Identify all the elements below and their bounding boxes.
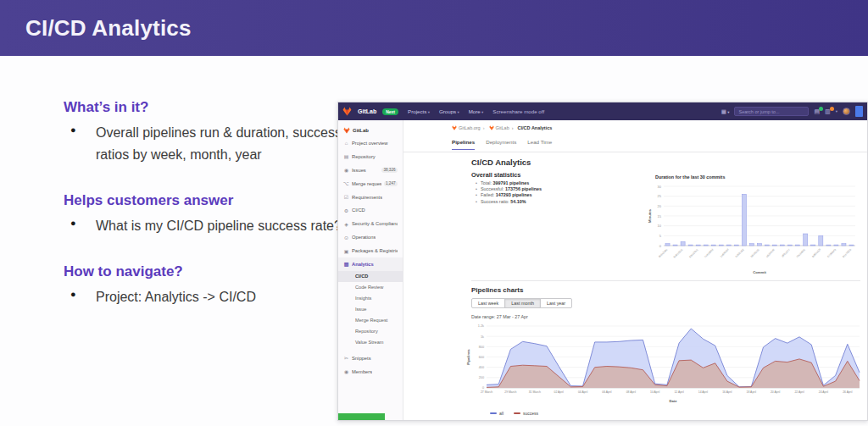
svg-text:25: 25: [658, 194, 662, 198]
sidebar-project-header[interactable]: GitLab: [338, 124, 403, 136]
svg-text:10: 10: [658, 224, 662, 228]
stat-successful: Successful: 173756 pipelines: [475, 186, 542, 192]
legend-success: success: [514, 411, 538, 416]
sidebar-item-repository[interactable]: ▤ Repository: [338, 150, 403, 163]
chevron-down-icon: ▾: [836, 109, 837, 113]
nav-menu-projects[interactable]: Projects: [408, 108, 430, 114]
sidebar-item-members[interactable]: ◉ Members: [338, 365, 403, 379]
bullet-item: What is my CI/CD pipeline success rate?: [64, 215, 343, 237]
sidebar-subitem-merge-request[interactable]: Merge Request: [338, 315, 403, 326]
sidebar-item-operations[interactable]: ⊙ Operations: [338, 230, 403, 244]
svg-text:Minutes: Minutes: [648, 208, 652, 222]
last-month-button[interactable]: Last month: [504, 298, 541, 308]
section-heading: How to navigate?: [64, 263, 343, 280]
repository-icon: ▤: [343, 153, 349, 159]
svg-text:15: 15: [658, 214, 662, 219]
svg-text:20: 20: [658, 204, 662, 208]
svg-text:30: 30: [658, 185, 662, 189]
svg-text:5: 5: [659, 234, 662, 238]
section-heading: Helps customers answer: [64, 192, 343, 209]
tab-pipelines[interactable]: Pipelines: [452, 139, 475, 150]
section-divider: [471, 280, 860, 281]
sidebar-subitem-repository[interactable]: Repository: [338, 326, 403, 337]
sidebar-item-project-overview[interactable]: ⌂ Project overview: [338, 136, 403, 150]
sidebar-item-analytics[interactable]: ▥ Analytics: [338, 257, 403, 271]
screenshare-mode-label[interactable]: Screenshare mode off: [492, 108, 544, 114]
project-name: GitLab: [353, 128, 369, 133]
tab-deployments[interactable]: Deployments: [486, 139, 516, 150]
next-badge: Next: [382, 108, 398, 115]
svg-text:39f5c077: 39f5c077: [781, 248, 791, 258]
chart-legend: all success: [465, 411, 866, 416]
breadcrumb-gitlab[interactable]: GitLab: [483, 125, 509, 130]
svg-text:27 March: 27 March: [481, 390, 492, 394]
sidebar-subitem-insights[interactable]: Insights: [338, 293, 403, 304]
svg-text:10 April: 10 April: [650, 390, 660, 394]
svg-text:b91f6e35: b91f6e35: [750, 248, 760, 258]
home-icon: ⌂: [343, 141, 349, 146]
slide-header: CI/CD Analytics: [0, 0, 868, 56]
apps-grid-icon[interactable]: ▦: [721, 108, 730, 115]
svg-text:0: 0: [482, 386, 484, 390]
analytics-tabs: Pipelines Deployments Lead Time: [452, 139, 552, 150]
operations-icon: ⊙: [343, 235, 349, 241]
last-year-button[interactable]: Last year: [540, 298, 572, 308]
stat-failed: Failed: 147293 pipelines: [475, 192, 542, 198]
nav-menu-groups[interactable]: Groups: [439, 108, 459, 114]
svg-text:e83b41f6: e83b41f6: [765, 248, 776, 258]
recording-indicator-strip: [338, 413, 385, 420]
gitlab-main-content: GitLab.org GitLab CI/CD Analytics Pipeli…: [403, 120, 867, 420]
packages-icon: ▣: [343, 248, 349, 254]
svg-text:04 April: 04 April: [578, 390, 588, 394]
bullet-item: Overall pipelines run & duration, succes…: [64, 122, 343, 166]
svg-text:600: 600: [479, 356, 484, 359]
requirements-icon: ☑: [343, 194, 349, 200]
sidebar-item-merge-requests[interactable]: ⌥ Merge requests 1,247: [338, 177, 403, 191]
svg-text:1k: 1k: [481, 335, 484, 339]
duration-bar-chart: Duration for the last 30 commits 0510152…: [647, 174, 861, 280]
slide-notes: What’s in it? Overall pipelines run & du…: [64, 99, 343, 335]
issues-count-badge: 38,326: [381, 168, 398, 173]
svg-text:12 April: 12 April: [674, 390, 684, 394]
svg-text:200: 200: [479, 376, 484, 379]
sidebar-item-issues[interactable]: ◉ Issues 38,326: [338, 163, 403, 177]
sidebar-item-snippets[interactable]: ✂ Snippets: [338, 351, 403, 365]
svg-text:22 April: 22 April: [794, 390, 804, 394]
merge-requests-icon[interactable]: ▤: [814, 108, 820, 115]
slide-title: CI/CD Analytics: [0, 15, 192, 41]
gitlab-brand[interactable]: GitLab: [358, 108, 376, 114]
user-avatar[interactable]: [843, 108, 850, 115]
sidebar-subitem-cicd[interactable]: CI/CD: [338, 271, 403, 282]
svg-text:16 April: 16 April: [722, 390, 732, 394]
svg-text:fe305192: fe305192: [735, 248, 745, 258]
sidebar-item-cicd[interactable]: ⚙ CI/CD: [338, 203, 403, 217]
orange-count-badge: [830, 107, 834, 111]
svg-text:18 April: 18 April: [747, 390, 757, 394]
sidebar-item-requirements[interactable]: ☑ Requirements: [338, 191, 403, 204]
statistics-list: Total: 399791 pipelines Successful: 1737…: [475, 180, 542, 205]
pipelines-area-chart: 02004006008001k1.2k27 March29 March31 Ma…: [465, 322, 866, 416]
todos-icon[interactable]: ▥: [825, 108, 831, 115]
sidebar-subitem-value-stream[interactable]: Value Stream: [338, 337, 403, 348]
gitlab-tanuki-icon: [343, 127, 350, 134]
last-week-button[interactable]: Last week: [471, 298, 505, 308]
gitlab-tanuki-icon[interactable]: [342, 107, 352, 116]
gitlab-tanuki-icon: [452, 125, 457, 130]
gitlab-sidebar: GitLab ⌂ Project overview ▤ Repository ◉…: [338, 120, 403, 420]
sidebar-item-security[interactable]: ◈ Security & Compliance: [338, 217, 403, 230]
navbar-edge-badge: [855, 106, 863, 117]
sidebar-item-packages[interactable]: ▣ Packages & Registries: [338, 244, 403, 257]
breadcrumb-gitlab-org[interactable]: GitLab.org: [452, 125, 481, 130]
svg-text:9a91d2e5: 9a91d2e5: [673, 248, 684, 259]
sidebar-subitem-code-review[interactable]: Code Review: [338, 282, 403, 293]
nav-menu-more[interactable]: More: [469, 108, 484, 114]
gitlab-tanuki-icon: [489, 125, 494, 130]
search-input[interactable]: [734, 107, 809, 116]
tab-lead-time[interactable]: Lead Time: [527, 139, 552, 150]
svg-text:20 April: 20 April: [771, 390, 781, 394]
gitlab-top-navbar: GitLab Next Projects Groups More Screens…: [338, 102, 867, 120]
sidebar-subitem-issue[interactable]: Issue: [338, 304, 403, 315]
svg-text:24 April: 24 April: [819, 390, 829, 394]
tab-divider: [403, 152, 867, 152]
svg-text:8d95e02f: 8d95e02f: [811, 248, 821, 258]
